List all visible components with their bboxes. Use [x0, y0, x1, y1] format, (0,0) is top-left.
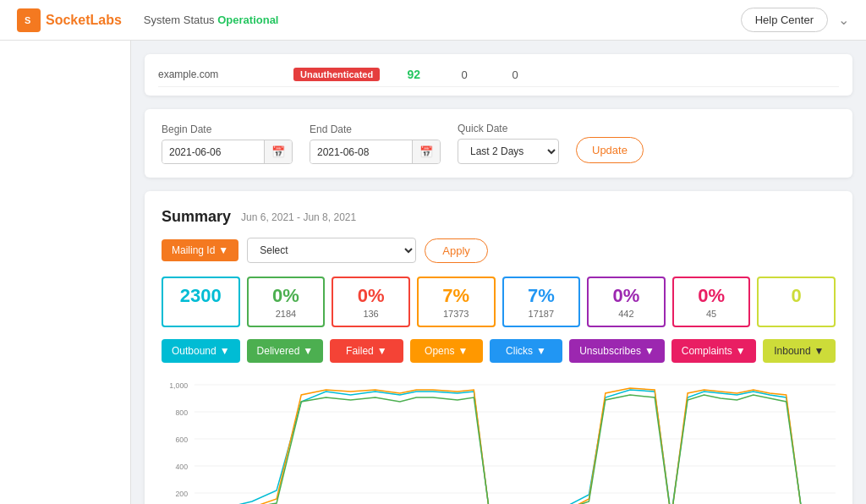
stat-box-delivered: 0% 2184	[247, 277, 326, 327]
complaints-button[interactable]: Complaints ▼	[671, 339, 756, 363]
stats-grid: 2300 0% 2184 0% 136 7% 17373 7% 17187	[162, 277, 836, 327]
failed-label: Failed	[346, 345, 374, 357]
chevron-down-icon-outbound: ▼	[220, 345, 230, 357]
begin-date-input-wrap: 📅	[162, 140, 293, 164]
summary-title: Summary	[162, 208, 231, 226]
opens-label: Opens	[425, 345, 454, 357]
delivered-label: Delivered	[257, 345, 300, 357]
stat-sub-unsubs: 442	[600, 309, 652, 319]
stat-sub-complaints: 45	[686, 309, 737, 319]
delivered-button[interactable]: Delivered ▼	[247, 339, 324, 363]
summary-card: Summary Jun 6, 2021 - Jun 8, 2021 Mailin…	[145, 191, 852, 504]
stat-box-failed: 0% 136	[332, 277, 410, 327]
stat-sub-clicks: 17187	[516, 309, 567, 319]
help-center-button[interactable]: Help Center	[741, 8, 828, 32]
chevron-down-icon-inbound: ▼	[814, 345, 825, 357]
chevron-down-icon: ⌄	[838, 12, 849, 28]
top-table-card: example.com Unauthenticated 92 0 0	[145, 54, 852, 96]
inbound-button[interactable]: Inbound ▼	[763, 339, 836, 363]
chevron-down-icon-delivered: ▼	[303, 345, 313, 357]
chevron-down-icon-failed: ▼	[377, 345, 387, 357]
filter-row: Mailing Id ▼ Select Apply	[162, 238, 836, 263]
svg-text:200: 200	[176, 490, 189, 498]
end-date-input[interactable]	[310, 141, 412, 163]
select-dropdown[interactable]: Select	[247, 238, 416, 263]
logo-icon: S	[17, 8, 41, 32]
stat-main-failed: 0%	[345, 285, 397, 307]
outbound-label: Outbound	[172, 345, 216, 357]
chevron-down-icon-clicks: ▼	[536, 345, 546, 357]
end-date-field: End Date 📅	[310, 123, 441, 164]
stat-box-complaints: 0% 45	[672, 277, 751, 327]
begin-date-label: Begin Date	[162, 123, 293, 135]
chevron-down-icon-unsubs: ▼	[644, 345, 655, 357]
inbound-label: Inbound	[774, 345, 810, 357]
svg-text:600: 600	[176, 436, 189, 444]
chevron-down-icon-complaints: ▼	[736, 345, 746, 357]
svg-text:800: 800	[176, 408, 189, 417]
svg-text:1,000: 1,000	[169, 381, 188, 390]
clicks-button[interactable]: Clicks ▼	[490, 339, 562, 363]
unsubscribes-label: Unsubscribes	[579, 345, 641, 357]
chart-svg: 1,000 800 600 400 200 0 Jun 06 06 AM 12 …	[162, 376, 836, 504]
summary-date-range: Jun 6, 2021 - Jun 8, 2021	[241, 211, 356, 223]
chevron-down-icon-opens: ▼	[458, 345, 468, 357]
failed-button[interactable]: Failed ▼	[330, 339, 403, 363]
stat-main-inbound: 0	[770, 285, 822, 307]
status-operational: Operational	[217, 14, 278, 26]
value-1: 92	[397, 68, 430, 81]
main-wrapper: example.com Unauthenticated 92 0 0 Begin…	[0, 41, 866, 504]
stat-sub-failed: 136	[345, 309, 397, 319]
begin-date-input[interactable]	[162, 141, 264, 163]
stat-main-delivered: 0%	[260, 285, 312, 307]
system-status: System Status Operational	[144, 14, 279, 26]
stat-box-clicks: 7% 17187	[502, 277, 581, 327]
stat-box-opens: 7% 17373	[417, 277, 496, 327]
status-badge: Unauthenticated	[293, 68, 380, 81]
content-area: example.com Unauthenticated 92 0 0 Begin…	[131, 41, 866, 504]
sidebar	[0, 41, 131, 504]
stat-box-unsubs: 0% 442	[587, 277, 666, 327]
chevron-down-icon: ▼	[218, 244, 228, 256]
clicks-label: Clicks	[506, 345, 533, 357]
svg-text:S: S	[25, 15, 30, 25]
stat-sub-delivered: 2184	[260, 309, 312, 319]
stat-main-unsubs: 0%	[600, 285, 652, 307]
end-date-input-wrap: 📅	[310, 140, 441, 164]
stat-main-opens: 7%	[430, 285, 482, 307]
quick-date-field: Quick Date Last 2 Days Last 7 Days Last …	[458, 123, 559, 164]
quick-date-label: Quick Date	[458, 123, 559, 134]
stat-box-outbound: 2300	[162, 277, 240, 327]
metric-buttons-row: Outbound ▼ Delivered ▼ Failed ▼ Opens ▼ …	[162, 339, 836, 363]
unsubscribes-button[interactable]: Unsubscribes ▼	[569, 339, 665, 363]
stat-main-outbound: 2300	[175, 285, 227, 307]
logo-area: S SocketLabs System Status Operational	[17, 8, 279, 32]
stat-main-complaints: 0%	[686, 285, 737, 307]
mailing-id-button[interactable]: Mailing Id ▼	[162, 239, 238, 261]
value-3: 0	[498, 68, 532, 81]
apply-button[interactable]: Apply	[425, 238, 488, 263]
mailing-id-label: Mailing Id	[172, 244, 215, 256]
calendar-icon-end[interactable]: 📅	[412, 140, 440, 163]
calendar-icon[interactable]: 📅	[264, 140, 292, 163]
domain-label: example.com	[158, 68, 277, 80]
svg-text:400: 400	[176, 463, 189, 471]
opens-button[interactable]: Opens ▼	[410, 339, 483, 363]
nav-right: Help Center ⌄	[741, 8, 849, 32]
chart-area: 1,000 800 600 400 200 0 Jun 06 06 AM 12 …	[162, 376, 836, 504]
top-navbar: S SocketLabs System Status Operational H…	[0, 0, 866, 41]
end-date-label: End Date	[310, 123, 441, 135]
stat-sub-opens: 17373	[430, 309, 482, 319]
logo-text: SocketLabs	[46, 13, 122, 28]
complaints-label: Complaints	[682, 345, 732, 357]
stat-box-inbound: 0	[757, 277, 836, 327]
stat-main-clicks: 7%	[516, 285, 567, 307]
date-filter-card: Begin Date 📅 End Date 📅 Quick Date	[145, 109, 852, 178]
table-row: example.com Unauthenticated 92 0 0	[158, 63, 839, 87]
update-button[interactable]: Update	[576, 137, 644, 163]
summary-header: Summary Jun 6, 2021 - Jun 8, 2021	[162, 208, 836, 226]
value-2: 0	[447, 68, 481, 81]
outbound-button[interactable]: Outbound ▼	[162, 339, 240, 363]
begin-date-field: Begin Date 📅	[162, 123, 293, 164]
quick-date-select[interactable]: Last 2 Days Last 7 Days Last 30 Days Cus…	[458, 139, 559, 164]
